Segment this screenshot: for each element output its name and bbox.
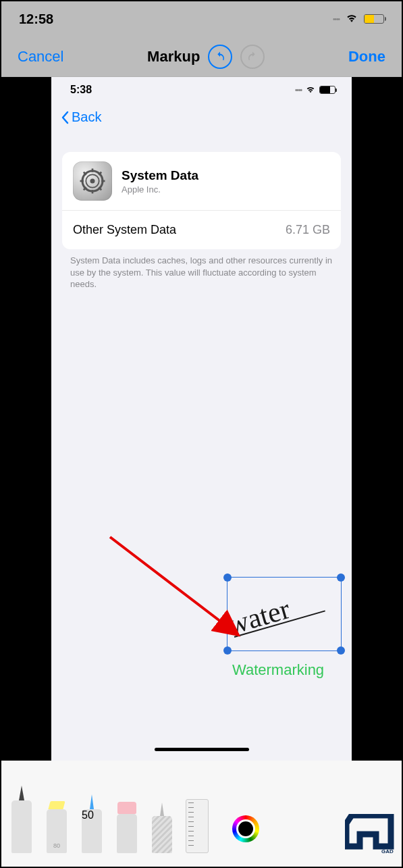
svg-text:GAD: GAD bbox=[381, 848, 394, 854]
markup-toolbar: 80 50 GAD bbox=[1, 761, 402, 867]
highlighter-size: 80 bbox=[47, 842, 67, 849]
pencil-tool[interactable]: 50 bbox=[78, 794, 105, 853]
annotation-text[interactable]: Watermarking bbox=[232, 661, 324, 679]
settings-gear-icon bbox=[73, 161, 112, 201]
card-description: System Data includes caches, logs and ot… bbox=[70, 255, 333, 290]
device-time: 12:58 bbox=[19, 11, 53, 27]
inner-back-button: Back bbox=[51, 103, 352, 130]
device-status-bar: 12:58 •••• bbox=[1, 1, 402, 36]
resize-handle-br[interactable] bbox=[337, 646, 345, 655]
markup-canvas-frame: 5:38 •••• Back bbox=[1, 77, 402, 761]
chevron-left-icon bbox=[61, 111, 69, 124]
edited-screenshot[interactable]: 5:38 •••• Back bbox=[51, 77, 352, 761]
storage-label: Other System Data bbox=[73, 223, 176, 237]
storage-value: 6.71 GB bbox=[286, 223, 330, 237]
wifi-icon bbox=[345, 12, 358, 26]
storage-row: Other System Data 6.71 GB bbox=[62, 211, 341, 249]
home-indicator bbox=[155, 748, 249, 751]
system-data-card: System Data Apple Inc. Other System Data… bbox=[62, 152, 341, 249]
cellular-dots-icon: •••• bbox=[333, 16, 340, 23]
highlighter-tool[interactable]: 80 bbox=[43, 801, 70, 853]
inner-cellular-dots-icon: •••• bbox=[295, 86, 302, 94]
source-watermark: GAD bbox=[345, 814, 398, 854]
pencil-size: 50 bbox=[82, 809, 102, 821]
card-subtitle: Apple Inc. bbox=[122, 184, 198, 195]
cancel-button[interactable]: Cancel bbox=[18, 48, 63, 66]
done-button[interactable]: Done bbox=[348, 48, 385, 66]
svg-point-10 bbox=[90, 178, 95, 183]
inner-status-bar: 5:38 •••• bbox=[51, 77, 352, 103]
color-picker-button[interactable] bbox=[232, 815, 259, 842]
resize-handle-tr[interactable] bbox=[337, 573, 345, 582]
inner-battery-icon bbox=[319, 86, 335, 94]
signature-text[interactable]: water bbox=[224, 592, 294, 641]
markup-nav-bar: Cancel Markup Done bbox=[1, 36, 402, 77]
inner-time: 5:38 bbox=[70, 84, 92, 96]
battery-icon bbox=[364, 14, 384, 24]
inner-wifi-icon bbox=[305, 85, 316, 95]
resize-handle-bl[interactable] bbox=[223, 646, 232, 655]
pen-tool[interactable] bbox=[8, 786, 35, 853]
signature-selection[interactable]: water bbox=[227, 577, 342, 651]
ruler-tool[interactable] bbox=[184, 799, 211, 853]
device-status-icons: •••• bbox=[333, 12, 384, 26]
inner-back-label: Back bbox=[72, 109, 101, 125]
eraser-tool[interactable] bbox=[113, 802, 140, 853]
resize-handle-tl[interactable] bbox=[223, 573, 232, 582]
page-title: Markup bbox=[147, 48, 200, 66]
redo-button[interactable] bbox=[240, 45, 265, 69]
card-title: System Data bbox=[122, 168, 198, 183]
undo-button[interactable] bbox=[208, 45, 232, 69]
svg-line-11 bbox=[110, 537, 238, 635]
lasso-tool[interactable] bbox=[149, 802, 176, 853]
